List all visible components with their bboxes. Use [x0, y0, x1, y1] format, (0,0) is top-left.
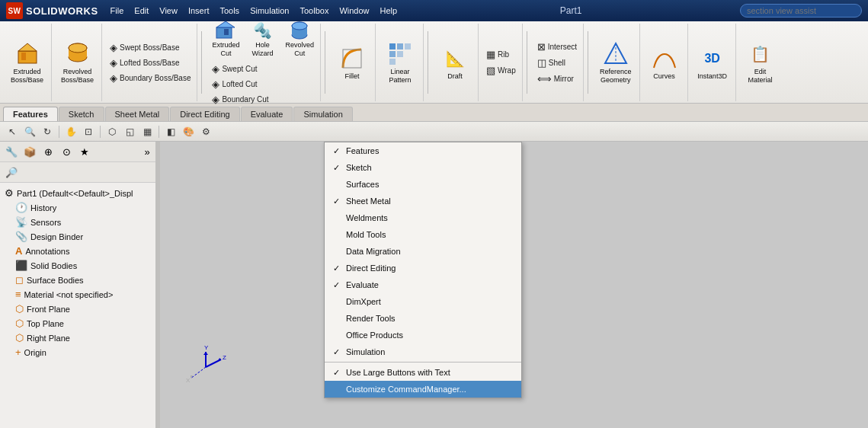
cm-simulation[interactable]: ✓ Simulation	[325, 343, 521, 360]
cm-weldments-label: Weldments	[346, 213, 388, 222]
view-3d-button[interactable]: ◱	[122, 124, 137, 139]
extruded-cut-button[interactable]: Extruded Cut	[209, 18, 242, 59]
extruded-boss-button[interactable]: Extruded Boss/Base	[8, 39, 46, 86]
filter-icon[interactable]: 🔎	[3, 164, 20, 180]
cm-dimxpert[interactable]: DimXpert	[325, 293, 521, 310]
menu-help[interactable]: Help	[376, 5, 402, 17]
tree-item-material[interactable]: ≡ Material <not specified>	[0, 287, 159, 302]
rib-button[interactable]: ▦ Rib	[483, 47, 519, 62]
cm-customize[interactable]: Customize CommandManager...	[325, 381, 521, 398]
app-logo: SW SOLIDWORKS	[6, 2, 98, 19]
cm-data-migration[interactable]: Data Migration	[325, 243, 521, 260]
sidebar-icon-2[interactable]: 📦	[21, 143, 38, 160]
cm-surfaces[interactable]: Surfaces	[325, 176, 521, 193]
instant3d-button[interactable]: 3D Instant3D	[694, 43, 731, 82]
intersect-button[interactable]: ⊠ Intersect	[534, 40, 580, 54]
tree-item-top-plane[interactable]: ⬡ Top Plane	[0, 316, 159, 331]
shell-button[interactable]: ◫ Shell	[534, 56, 580, 70]
edit-material-button[interactable]: 📋 Edit Material	[742, 39, 779, 86]
display-style-button[interactable]: ◧	[163, 124, 178, 139]
sidebar-expand-btn[interactable]: »	[139, 143, 155, 160]
cm-office-products[interactable]: Office Products	[325, 327, 521, 343]
appearance-button[interactable]: 🎨	[181, 124, 196, 139]
tab-features[interactable]: Features	[3, 107, 58, 121]
fillet-button[interactable]: Fillet	[334, 43, 370, 82]
draft-button[interactable]: 📐 Draft	[437, 43, 473, 82]
menu-toolbox[interactable]: Toolbox	[295, 5, 333, 17]
search-input[interactable]	[740, 4, 862, 18]
cm-sheet-metal[interactable]: ✓ Sheet Metal	[325, 193, 521, 209]
swept-boss-button[interactable]: ◈ Swept Boss/Base	[107, 40, 194, 55]
menu-view[interactable]: View	[155, 5, 182, 17]
reference-geometry-button[interactable]: Reference Geometry	[597, 39, 635, 86]
tab-evaluate[interactable]: Evaluate	[241, 107, 293, 121]
tree-item-front-plane[interactable]: ⬡ Front Plane	[0, 302, 159, 316]
hole-wizard-button[interactable]: 🔩 Hole Wizard	[245, 18, 279, 59]
view-orient-button[interactable]: ⬡	[104, 124, 120, 139]
cm-weldments[interactable]: Weldments	[325, 209, 521, 226]
menu-file[interactable]: File	[106, 5, 129, 17]
mirror-button[interactable]: ⟺ Mirror	[534, 72, 580, 86]
tree-item-right-plane[interactable]: ⬡ Right Plane	[0, 331, 159, 345]
sidebar-icon-1[interactable]: 🔧	[3, 143, 20, 160]
t2-sep-2	[100, 126, 101, 138]
lofted-cut-button[interactable]: ◈ Lofted Cut	[209, 77, 317, 91]
boundary-cut-button[interactable]: ◈ Boundary Cut	[209, 92, 317, 107]
rib-wrap-group: ▦ Rib ▧ Wrap	[480, 24, 523, 101]
fillet-icon	[338, 45, 366, 72]
tree-item-solid-bodies[interactable]: ⬛ Solid Bodies	[0, 258, 159, 273]
rotate-button[interactable]: ↻	[40, 124, 55, 139]
cm-sheet-metal-label: Sheet Metal	[346, 196, 391, 206]
swept-cut-button[interactable]: ◈ Swept Cut	[209, 62, 317, 76]
cm-features[interactable]: ✓ Features	[325, 142, 521, 159]
tab-sketch[interactable]: Sketch	[59, 107, 104, 121]
boundary-boss-button[interactable]: ◈ Boundary Boss/Base	[107, 71, 194, 85]
select-button[interactable]: ↖	[5, 124, 20, 139]
sidebar-icon-4[interactable]: ⊙	[58, 143, 75, 160]
tree-item-history[interactable]: 🕐 History	[0, 200, 159, 215]
tree-item-surface-bodies[interactable]: ◻ Surface Bodies	[0, 273, 159, 287]
fillet-group: Fillet	[329, 24, 376, 101]
cm-sketch[interactable]: ✓ Sketch	[325, 159, 521, 176]
cm-customize-label: Customize CommandManager...	[346, 385, 466, 394]
sensors-icon: 📡	[15, 216, 27, 228]
revolved-cut-button[interactable]: Revolved Cut	[282, 18, 317, 59]
zoom-button[interactable]: 🔍	[22, 124, 37, 139]
cm-evaluate[interactable]: ✓ Evaluate	[325, 276, 521, 293]
view-section-button[interactable]: ▦	[139, 124, 155, 139]
toolbar-sep-4	[527, 31, 527, 94]
sidebar-resize-handle[interactable]	[155, 142, 159, 428]
svg-line-26	[191, 367, 206, 378]
tree-item-part1[interactable]: ⚙ Part1 (Default<<Default>_Displ	[0, 186, 159, 200]
draft-group: 📐 Draft	[432, 24, 479, 101]
cm-render-tools[interactable]: Render Tools	[325, 310, 521, 327]
solid-bodies-icon: ⬛	[15, 260, 27, 271]
curves-button[interactable]: Curves	[646, 43, 683, 82]
menu-edit[interactable]: Edit	[130, 5, 153, 17]
menu-simulation[interactable]: Simulation	[245, 5, 293, 17]
sidebar-icon-3[interactable]: ⊕	[40, 143, 56, 160]
cm-direct-editing[interactable]: ✓ Direct Editing	[325, 260, 521, 276]
menu-tools[interactable]: Tools	[215, 5, 244, 17]
cm-mold-tools[interactable]: Mold Tools	[325, 226, 521, 243]
tree-item-design-binder[interactable]: 📎 Design Binder	[0, 229, 159, 244]
viewport[interactable]: Z Y X ✓ Features ✓ Sketch Surfaces ✓ She…	[160, 142, 868, 428]
menu-window[interactable]: Window	[335, 5, 373, 17]
view-settings-button[interactable]: ⚙	[198, 124, 213, 139]
tab-sheet-metal[interactable]: Sheet Metal	[105, 107, 170, 121]
tree-item-annotations[interactable]: A Annotations	[0, 244, 159, 258]
zoom-fit-button[interactable]: ⊡	[81, 124, 96, 139]
sidebar-icon-5[interactable]: ★	[76, 143, 93, 160]
tree-item-sensors[interactable]: 📡 Sensors	[0, 215, 159, 229]
cm-large-buttons[interactable]: ✓ Use Large Buttons with Text	[325, 364, 521, 381]
revolved-boss-button[interactable]: Revolved Boss/Base	[58, 39, 97, 86]
pan-button[interactable]: ✋	[63, 124, 78, 139]
wrap-button[interactable]: ▧ Wrap	[483, 63, 519, 78]
tab-simulation[interactable]: Simulation	[293, 107, 352, 121]
menu-insert[interactable]: Insert	[184, 5, 214, 17]
part1-label: Part1 (Default<<Default>_Displ	[17, 189, 133, 198]
tab-direct-editing[interactable]: Direct Editing	[170, 107, 239, 121]
lofted-boss-button[interactable]: ◈ Lofted Boss/Base	[107, 56, 194, 70]
linear-pattern-button[interactable]: LinearPattern	[382, 39, 418, 86]
tree-item-origin[interactable]: + Origin	[0, 345, 159, 359]
